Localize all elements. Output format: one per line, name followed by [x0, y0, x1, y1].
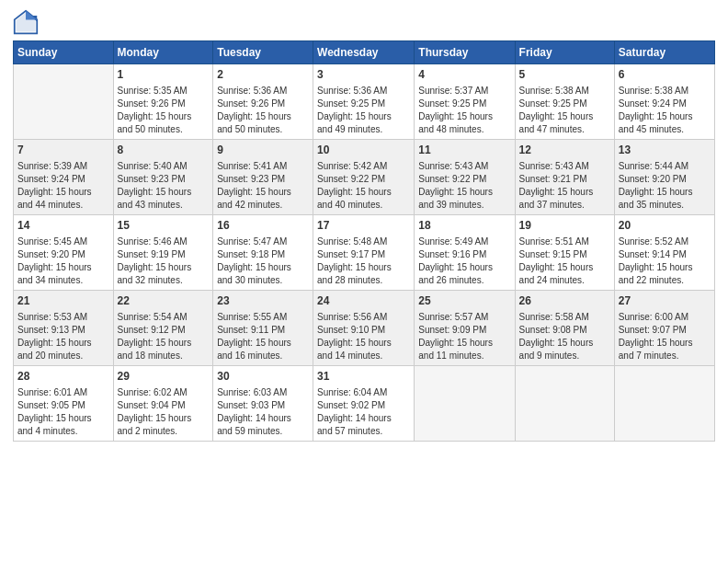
cell-daylight-info: Sunrise: 5:52 AM Sunset: 9:14 PM Dayligh… — [619, 236, 711, 287]
calendar-cell: 21Sunrise: 5:53 AM Sunset: 9:13 PM Dayli… — [14, 291, 114, 366]
cell-daylight-info: Sunrise: 5:51 AM Sunset: 9:15 PM Dayligh… — [519, 236, 610, 287]
calendar-cell — [614, 366, 714, 442]
day-number: 17 — [317, 218, 410, 234]
cell-daylight-info: Sunrise: 5:36 AM Sunset: 9:25 PM Dayligh… — [317, 85, 410, 136]
cell-daylight-info: Sunrise: 5:36 AM Sunset: 9:26 PM Dayligh… — [217, 85, 309, 136]
cell-daylight-info: Sunrise: 5:58 AM Sunset: 9:08 PM Dayligh… — [519, 311, 610, 362]
cell-daylight-info: Sunrise: 6:04 AM Sunset: 9:02 PM Dayligh… — [317, 386, 410, 438]
cell-daylight-info: Sunrise: 5:38 AM Sunset: 9:25 PM Dayligh… — [519, 85, 610, 136]
day-number: 21 — [17, 293, 109, 309]
calendar-cell: 8Sunrise: 5:40 AM Sunset: 9:23 PM Daylig… — [113, 140, 213, 215]
calendar-cell: 10Sunrise: 5:42 AM Sunset: 9:22 PM Dayli… — [313, 140, 415, 215]
calendar-cell — [515, 366, 614, 442]
header — [13, 9, 715, 35]
logo-icon — [13, 9, 39, 35]
cell-daylight-info: Sunrise: 6:01 AM Sunset: 9:05 PM Dayligh… — [17, 386, 109, 438]
cell-daylight-info: Sunrise: 5:42 AM Sunset: 9:22 PM Dayligh… — [317, 160, 410, 212]
day-number: 26 — [519, 293, 610, 309]
cell-daylight-info: Sunrise: 5:47 AM Sunset: 9:18 PM Dayligh… — [217, 236, 309, 287]
cell-daylight-info: Sunrise: 5:43 AM Sunset: 9:22 PM Dayligh… — [418, 160, 510, 212]
calendar-cell — [415, 366, 515, 442]
cell-daylight-info: Sunrise: 5:54 AM Sunset: 9:12 PM Dayligh… — [118, 311, 210, 362]
day-number: 31 — [317, 369, 410, 385]
cell-daylight-info: Sunrise: 6:02 AM Sunset: 9:04 PM Dayligh… — [118, 386, 210, 438]
calendar-cell: 4Sunrise: 5:37 AM Sunset: 9:25 PM Daylig… — [415, 64, 515, 140]
calendar-cell: 5Sunrise: 5:38 AM Sunset: 9:25 PM Daylig… — [515, 64, 614, 140]
day-number: 16 — [217, 218, 309, 234]
calendar-cell: 24Sunrise: 5:56 AM Sunset: 9:10 PM Dayli… — [313, 291, 415, 366]
cell-daylight-info: Sunrise: 5:41 AM Sunset: 9:23 PM Dayligh… — [217, 160, 309, 212]
calendar-cell: 17Sunrise: 5:48 AM Sunset: 9:17 PM Dayli… — [313, 215, 415, 291]
calendar-cell: 20Sunrise: 5:52 AM Sunset: 9:14 PM Dayli… — [614, 215, 714, 291]
weekday-header-thursday: Thursday — [415, 41, 515, 64]
cell-daylight-info: Sunrise: 5:43 AM Sunset: 9:21 PM Dayligh… — [519, 160, 610, 212]
calendar-page: SundayMondayTuesdayWednesdayThursdayFrid… — [0, 0, 728, 563]
calendar-cell: 29Sunrise: 6:02 AM Sunset: 9:04 PM Dayli… — [113, 366, 213, 442]
calendar-cell: 25Sunrise: 5:57 AM Sunset: 9:09 PM Dayli… — [415, 291, 515, 366]
calendar-cell: 7Sunrise: 5:39 AM Sunset: 9:24 PM Daylig… — [14, 140, 114, 215]
calendar-cell: 6Sunrise: 5:38 AM Sunset: 9:24 PM Daylig… — [614, 64, 714, 140]
weekday-header-tuesday: Tuesday — [213, 41, 313, 64]
calendar-cell: 30Sunrise: 6:03 AM Sunset: 9:03 PM Dayli… — [213, 366, 313, 442]
cell-daylight-info: Sunrise: 5:37 AM Sunset: 9:25 PM Dayligh… — [418, 85, 510, 136]
day-number: 19 — [519, 218, 610, 234]
day-number: 13 — [619, 143, 711, 158]
weekday-header-sunday: Sunday — [14, 41, 114, 64]
day-number: 4 — [418, 67, 510, 83]
cell-daylight-info: Sunrise: 5:49 AM Sunset: 9:16 PM Dayligh… — [418, 236, 510, 287]
calendar-cell: 12Sunrise: 5:43 AM Sunset: 9:21 PM Dayli… — [515, 140, 614, 215]
day-number: 25 — [418, 293, 510, 309]
calendar-cell: 27Sunrise: 6:00 AM Sunset: 9:07 PM Dayli… — [614, 291, 714, 366]
day-number: 10 — [317, 143, 410, 158]
weekday-header-saturday: Saturday — [614, 41, 714, 64]
day-number: 27 — [619, 293, 711, 309]
day-number: 11 — [418, 143, 510, 158]
calendar-week-row: 21Sunrise: 5:53 AM Sunset: 9:13 PM Dayli… — [14, 291, 715, 366]
weekday-header-monday: Monday — [113, 41, 213, 64]
day-number: 15 — [118, 218, 210, 234]
calendar-cell: 2Sunrise: 5:36 AM Sunset: 9:26 PM Daylig… — [213, 64, 313, 140]
calendar-week-row: 14Sunrise: 5:45 AM Sunset: 9:20 PM Dayli… — [14, 215, 715, 291]
day-number: 5 — [519, 67, 610, 83]
cell-daylight-info: Sunrise: 5:39 AM Sunset: 9:24 PM Dayligh… — [17, 160, 109, 212]
calendar-cell: 13Sunrise: 5:44 AM Sunset: 9:20 PM Dayli… — [614, 140, 714, 215]
calendar-cell: 15Sunrise: 5:46 AM Sunset: 9:19 PM Dayli… — [113, 215, 213, 291]
calendar-cell: 11Sunrise: 5:43 AM Sunset: 9:22 PM Dayli… — [415, 140, 515, 215]
day-number: 22 — [118, 293, 210, 309]
calendar-cell: 26Sunrise: 5:58 AM Sunset: 9:08 PM Dayli… — [515, 291, 614, 366]
day-number: 20 — [619, 218, 711, 234]
day-number: 28 — [17, 369, 109, 385]
calendar-cell: 31Sunrise: 6:04 AM Sunset: 9:02 PM Dayli… — [313, 366, 415, 442]
day-number: 3 — [317, 67, 410, 83]
calendar-cell: 28Sunrise: 6:01 AM Sunset: 9:05 PM Dayli… — [14, 366, 114, 442]
day-number: 12 — [519, 143, 610, 158]
cell-daylight-info: Sunrise: 5:55 AM Sunset: 9:11 PM Dayligh… — [217, 311, 309, 362]
day-number: 14 — [17, 218, 109, 234]
day-number: 30 — [217, 369, 309, 385]
calendar-week-row: 1Sunrise: 5:35 AM Sunset: 9:26 PM Daylig… — [14, 64, 715, 140]
cell-daylight-info: Sunrise: 6:03 AM Sunset: 9:03 PM Dayligh… — [217, 386, 309, 438]
day-number: 8 — [118, 143, 210, 158]
calendar-cell: 1Sunrise: 5:35 AM Sunset: 9:26 PM Daylig… — [113, 64, 213, 140]
calendar-cell: 9Sunrise: 5:41 AM Sunset: 9:23 PM Daylig… — [213, 140, 313, 215]
cell-daylight-info: Sunrise: 5:53 AM Sunset: 9:13 PM Dayligh… — [17, 311, 109, 362]
cell-daylight-info: Sunrise: 5:48 AM Sunset: 9:17 PM Dayligh… — [317, 236, 410, 287]
calendar-cell: 23Sunrise: 5:55 AM Sunset: 9:11 PM Dayli… — [213, 291, 313, 366]
day-number: 1 — [118, 67, 210, 83]
calendar-cell: 19Sunrise: 5:51 AM Sunset: 9:15 PM Dayli… — [515, 215, 614, 291]
logo — [13, 9, 40, 35]
cell-daylight-info: Sunrise: 5:44 AM Sunset: 9:20 PM Dayligh… — [619, 160, 711, 212]
day-number: 7 — [17, 143, 109, 158]
cell-daylight-info: Sunrise: 5:40 AM Sunset: 9:23 PM Dayligh… — [118, 160, 210, 212]
weekday-header-row: SundayMondayTuesdayWednesdayThursdayFrid… — [14, 41, 715, 64]
calendar-week-row: 28Sunrise: 6:01 AM Sunset: 9:05 PM Dayli… — [14, 366, 715, 442]
calendar-cell: 16Sunrise: 5:47 AM Sunset: 9:18 PM Dayli… — [213, 215, 313, 291]
cell-daylight-info: Sunrise: 5:57 AM Sunset: 9:09 PM Dayligh… — [418, 311, 510, 362]
weekday-header-wednesday: Wednesday — [313, 41, 415, 64]
calendar-cell: 14Sunrise: 5:45 AM Sunset: 9:20 PM Dayli… — [14, 215, 114, 291]
cell-daylight-info: Sunrise: 5:46 AM Sunset: 9:19 PM Dayligh… — [118, 236, 210, 287]
day-number: 24 — [317, 293, 410, 309]
day-number: 29 — [118, 369, 210, 385]
svg-marker-4 — [26, 11, 37, 20]
day-number: 23 — [217, 293, 309, 309]
